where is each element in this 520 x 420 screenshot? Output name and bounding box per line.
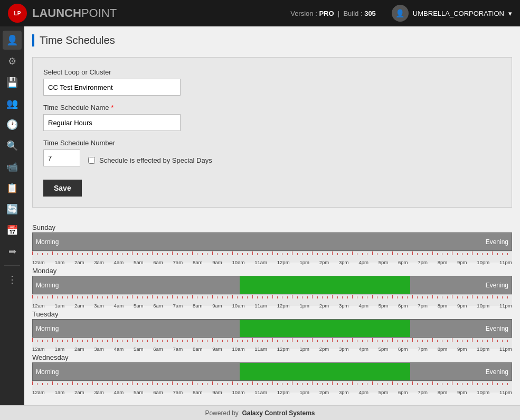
schedule-name-label: Time Schedule Name *	[43, 104, 501, 111]
form-container: Select Loop or Cluster Time Schedule Nam…	[32, 57, 512, 208]
schedule-number-group: Time Schedule Number Schedule is effecte…	[43, 139, 501, 166]
logo: LP LAUNCHPOINT	[8, 4, 117, 23]
sidebar-item-more[interactable]: ⋮	[3, 270, 22, 289]
content-area: Time Schedules Select Loop or Cluster Ti…	[24, 26, 520, 405]
time-labels-row: 12am1am2am3am4am5am6am7am8am9am10am11am1…	[32, 385, 512, 395]
day-label: Wednesday	[32, 353, 512, 361]
schedule-name-group: Time Schedule Name *	[43, 104, 501, 131]
day-section-sunday: SundayMorningEvening12am1am2am3am4am5am6…	[32, 223, 512, 263]
schedule-number-input[interactable]	[43, 150, 80, 166]
version-label: Version :	[290, 10, 317, 17]
build-label: Build :	[343, 10, 362, 17]
morning-label: Morning	[36, 282, 59, 289]
version-info: Version : PRO | Build : 305	[290, 10, 376, 17]
day-label: Monday	[32, 267, 512, 275]
evening-label: Evening	[486, 325, 508, 332]
day-section-tuesday: TuesdayMorningEvening12am1am2am3am4am5am…	[32, 310, 512, 349]
loop-cluster-group: Select Loop or Cluster	[43, 68, 501, 96]
chevron-down-icon: ▾	[508, 10, 512, 17]
logo-light: POINT	[81, 6, 117, 20]
avatar: 👤	[392, 5, 409, 22]
sidebar: 👤 ⚙ 💾 👥 🕐 🔍 📹 📋 🔄 📅 ➡ ⋮	[0, 26, 24, 405]
sidebar-item-calendar[interactable]: 📅	[3, 221, 22, 240]
sidebar-item-save[interactable]: 💾	[3, 73, 22, 92]
day-label: Tuesday	[32, 310, 512, 318]
evening-label: Evening	[486, 282, 508, 289]
sidebar-item-search[interactable]: 🔍	[3, 136, 22, 155]
day-section-monday: MondayMorningEvening12am1am2am3am4am5am6…	[32, 267, 512, 306]
schedule-bar-monday[interactable]: MorningEvening	[32, 276, 512, 294]
sidebar-item-clock[interactable]: 🕐	[3, 115, 22, 134]
time-ruler: 12am1am2am3am4am5am6am7am8am9am10am11am1…	[32, 381, 512, 393]
active-segment[interactable]	[240, 363, 410, 380]
evening-label: Evening	[486, 368, 508, 376]
logo-bold: LAUNCH	[32, 6, 81, 20]
version-type: PRO	[319, 10, 334, 17]
time-labels-row: 12am1am2am3am4am5am6am7am8am9am10am11am1…	[32, 255, 512, 265]
time-ruler: 12am1am2am3am4am5am6am7am8am9am10am11am1…	[32, 251, 512, 263]
user-menu[interactable]: 👤 UMBRELLA_CORPORATION ▾	[392, 5, 512, 22]
morning-label: Morning	[36, 238, 59, 246]
build-number: 305	[364, 10, 376, 17]
special-days-label: Schedule is effected by Special Days	[99, 156, 212, 165]
logo-text: LAUNCHPOINT	[32, 6, 117, 20]
footer-brand: Galaxy Control Systems	[242, 409, 315, 417]
sidebar-item-group[interactable]: 👥	[3, 94, 22, 113]
special-days-checkbox[interactable]	[88, 157, 95, 164]
sidebar-item-sync[interactable]: 🔄	[3, 200, 22, 219]
schedule-name-input[interactable]	[43, 114, 181, 131]
sidebar-item-camera[interactable]: 📹	[3, 157, 22, 176]
day-label: Sunday	[32, 223, 512, 231]
sidebar-item-arrow[interactable]: ➡	[3, 242, 22, 261]
time-labels-row: 12am1am2am3am4am5am6am7am8am9am10am11am1…	[32, 342, 512, 352]
save-button[interactable]: Save	[43, 180, 82, 197]
schedule-number-row: Schedule is effected by Special Days	[43, 150, 501, 166]
main-container: 👤 ⚙ 💾 👥 🕐 🔍 📹 📋 🔄 📅 ➡ ⋮ Time Schedules S…	[0, 26, 520, 405]
schedule-number-label: Time Schedule Number	[43, 139, 501, 147]
schedule-bar-tuesday[interactable]: MorningEvening	[32, 319, 512, 338]
footer: Powered by Galaxy Control Systems	[0, 405, 520, 420]
time-labels-row: 12am1am2am3am4am5am6am7am8am9am10am11am1…	[32, 298, 512, 309]
day-section-wednesday: WednesdayMorningEvening12am1am2am3am4am5…	[32, 353, 512, 393]
required-indicator: *	[111, 104, 114, 111]
loop-cluster-input[interactable]	[43, 79, 181, 96]
time-ruler: 12am1am2am3am4am5am6am7am8am9am10am11am1…	[32, 338, 512, 349]
evening-label: Evening	[486, 238, 508, 246]
logo-icon: LP	[8, 4, 27, 23]
footer-text: Powered by Galaxy Control Systems	[205, 409, 315, 417]
loop-cluster-label: Select Loop or Cluster	[43, 68, 501, 76]
active-segment[interactable]	[240, 320, 410, 337]
morning-label: Morning	[36, 325, 59, 332]
sidebar-item-report[interactable]: 📋	[3, 179, 22, 198]
special-days-row: Schedule is effected by Special Days	[88, 156, 212, 165]
header: LP LAUNCHPOINT Version : PRO | Build : 3…	[0, 0, 520, 26]
page-title: Time Schedules	[32, 34, 512, 46]
morning-label: Morning	[36, 368, 59, 376]
schedule-grid: SundayMorningEvening12am1am2am3am4am5am6…	[32, 218, 512, 402]
schedule-bar-wednesday[interactable]: MorningEvening	[32, 362, 512, 381]
sidebar-item-user[interactable]: 👤	[3, 31, 22, 50]
time-ruler: 12am1am2am3am4am5am6am7am8am9am10am11am1…	[32, 294, 512, 306]
schedule-bar-sunday[interactable]: MorningEvening	[32, 232, 512, 251]
active-segment[interactable]	[240, 276, 410, 294]
sidebar-divider	[4, 265, 20, 266]
sidebar-item-settings[interactable]: ⚙	[3, 52, 22, 71]
user-name: UMBRELLA_CORPORATION	[413, 10, 504, 17]
